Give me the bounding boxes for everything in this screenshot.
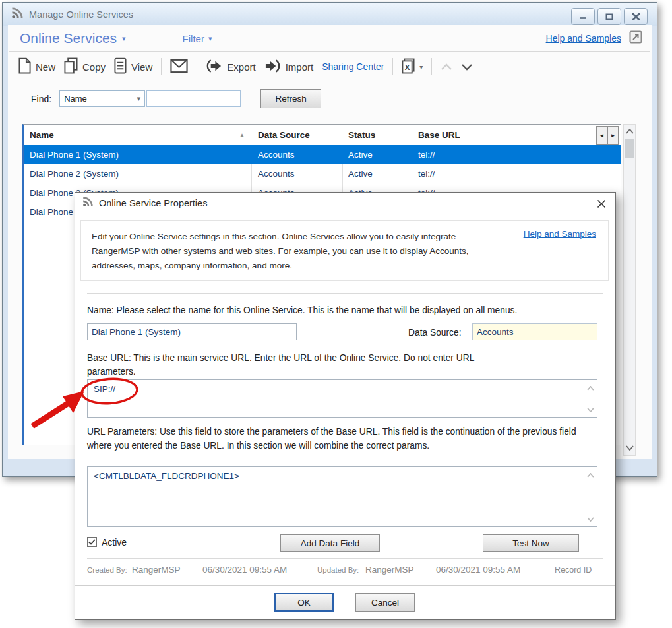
toolbar: New Copy View Export: [8, 52, 652, 81]
scrollbar-thumb[interactable]: [625, 139, 634, 158]
export-button[interactable]: Export: [206, 58, 255, 76]
find-field-select[interactable]: Name ▾: [59, 90, 145, 107]
name-field-label: Name: Please select the name for this On…: [87, 303, 601, 317]
column-header-status[interactable]: Status: [342, 130, 412, 140]
app-rss-icon: [11, 7, 24, 22]
scroll-up-icon[interactable]: [587, 383, 594, 392]
scroll-down-icon[interactable]: [587, 404, 594, 414]
column-header-base-url[interactable]: Base URL: [412, 130, 621, 140]
vertical-scrollbar[interactable]: [623, 124, 636, 456]
window-titlebar: Manage Online Services: [3, 3, 657, 26]
url-parameters-value: <CMTLBLDATA_FLDCRDPHONE1>: [94, 471, 239, 481]
dialog-titlebar: Online Service Properties: [75, 193, 615, 214]
find-input[interactable]: [146, 90, 241, 107]
excel-icon: X: [402, 58, 415, 76]
view-selector-menu[interactable]: Online Services ▾: [20, 30, 126, 46]
online-service-properties-dialog: Online Service Properties Edit your Onli…: [75, 192, 616, 620]
checkmark-icon: [88, 539, 96, 545]
envelope-icon: [170, 59, 188, 75]
column-header-name[interactable]: Name ▲: [24, 130, 251, 140]
table-row[interactable]: Dial Phone 1 (System) Accounts Active te…: [24, 145, 621, 164]
scroll-down-icon[interactable]: [587, 514, 594, 524]
scroll-up-icon[interactable]: [587, 470, 594, 480]
find-field-value: Name: [64, 94, 87, 104]
scroll-up-icon[interactable]: [624, 126, 635, 137]
triangle-right-icon: ►: [611, 133, 616, 139]
move-up-button[interactable]: [441, 63, 452, 71]
updated-date: 06/30/2021 09:55 AM: [436, 565, 520, 575]
popout-icon[interactable]: [629, 30, 642, 46]
dialog-rss-icon: [82, 196, 94, 210]
column-header-data-source[interactable]: Data Source: [251, 130, 342, 140]
data-source-input[interactable]: [472, 323, 597, 340]
service-name-input[interactable]: [87, 323, 297, 340]
cancel-button[interactable]: Cancel: [355, 593, 415, 612]
find-label: Find:: [31, 94, 51, 104]
created-date: 06/30/2021 09:55 AM: [202, 565, 287, 575]
url-parameters-textarea[interactable]: <CMTLBLDATA_FLDCRDPHONE1>: [87, 466, 597, 527]
record-id-label: Record ID: [555, 565, 592, 575]
copy-icon: [64, 57, 78, 76]
sort-ascending-icon: ▲: [239, 132, 245, 138]
svg-text:X: X: [405, 63, 410, 71]
divider: [75, 585, 615, 586]
created-by-label: Created By:: [87, 566, 127, 574]
triangle-left-icon: ◄: [599, 133, 605, 139]
divider: [197, 58, 197, 75]
divider: [87, 293, 603, 294]
table-header-row: Name ▲ Data Source Status Base URL: [24, 125, 621, 146]
new-page-icon: [18, 57, 31, 76]
new-label: New: [36, 61, 55, 73]
dialog-close-icon[interactable]: [596, 198, 607, 210]
excel-export-button[interactable]: X ▾: [402, 58, 423, 76]
active-checkbox[interactable]: [87, 537, 97, 547]
url-parameters-label: URL Parameters: Use this field to store …: [87, 425, 590, 453]
data-source-label: Data Source:: [408, 326, 462, 340]
created-by-value: RangerMSP: [132, 565, 181, 575]
dialog-title: Online Service Properties: [99, 198, 207, 208]
sharing-center-link[interactable]: Sharing Center: [322, 61, 384, 72]
scroll-down-icon[interactable]: [624, 443, 635, 453]
divider: [431, 58, 432, 75]
maximize-button[interactable]: [597, 8, 621, 25]
view-button[interactable]: View: [114, 57, 152, 76]
updated-by-label: Updated By:: [317, 566, 359, 574]
updated-by-value: RangerMSP: [365, 565, 414, 575]
new-button[interactable]: New: [18, 57, 55, 76]
minimize-button[interactable]: [571, 8, 595, 25]
divider: [87, 558, 603, 559]
email-button[interactable]: [170, 59, 188, 75]
column-scroll-left-button[interactable]: ◄: [596, 126, 607, 145]
view-selector-label: Online Services: [20, 30, 117, 46]
screen: Manage Online Services Online Services: [0, 0, 672, 628]
record-footer: Created By: RangerMSP 06/30/2021 09:55 A…: [75, 562, 615, 578]
divider: [392, 58, 393, 75]
test-now-button[interactable]: Test Now: [483, 534, 579, 552]
dialog-help-and-samples-link[interactable]: Help and Samples: [524, 229, 596, 239]
find-row: Find: Name ▾ Refresh: [8, 89, 652, 108]
base-url-value: SIP://: [94, 384, 115, 394]
import-button[interactable]: Import: [264, 58, 314, 76]
base-url-textarea[interactable]: SIP://: [87, 379, 597, 418]
copy-label: Copy: [82, 61, 106, 73]
window-title: Manage Online Services: [29, 9, 133, 20]
chevron-down-icon: ▾: [419, 63, 423, 71]
base-url-label: Base URL: This is the main service URL. …: [87, 351, 522, 379]
add-data-field-button[interactable]: Add Data Field: [280, 534, 380, 552]
move-down-button[interactable]: [461, 63, 473, 71]
menu-row: Online Services ▾ Filter ▾ Help and Samp…: [8, 25, 652, 51]
ok-button[interactable]: OK: [274, 593, 334, 612]
column-scroll-right-button[interactable]: ►: [607, 126, 619, 145]
filter-menu[interactable]: Filter ▾: [183, 33, 212, 44]
refresh-button[interactable]: Refresh: [260, 89, 321, 108]
active-label: Active: [102, 536, 127, 550]
chevron-down-icon: ▾: [122, 34, 126, 43]
help-and-samples-link[interactable]: Help and Samples: [546, 33, 621, 44]
copy-button[interactable]: Copy: [64, 57, 106, 76]
import-arrow-icon: [264, 58, 281, 76]
export-label: Export: [227, 61, 255, 73]
description-panel: Edit your Online Service settings in thi…: [80, 220, 609, 281]
description-text: Edit your Online Service settings in thi…: [92, 230, 494, 273]
close-button[interactable]: [624, 8, 648, 25]
table-row[interactable]: Dial Phone 2 (System) Accounts Active te…: [24, 164, 621, 183]
